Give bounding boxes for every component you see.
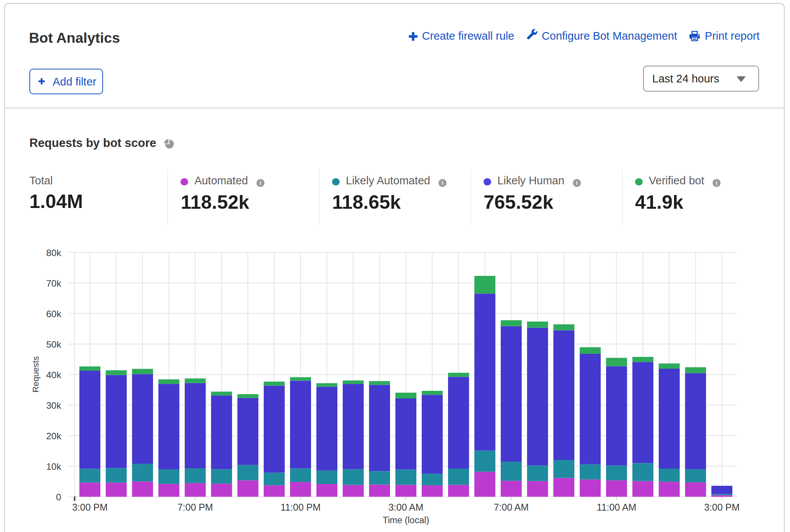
svg-text:Requests: Requests: [31, 356, 40, 392]
svg-text:50k: 50k: [46, 339, 61, 350]
svg-text:Time (local): Time (local): [383, 515, 429, 525]
svg-text:11:00 AM: 11:00 AM: [597, 502, 637, 513]
svg-text:3:00 PM: 3:00 PM: [704, 502, 740, 513]
svg-text:10k: 10k: [46, 461, 61, 472]
svg-text:60k: 60k: [46, 309, 61, 319]
svg-text:7:00 AM: 7:00 AM: [494, 502, 529, 513]
svg-text:70k: 70k: [46, 278, 61, 289]
svg-text:3:00 AM: 3:00 AM: [389, 502, 424, 513]
svg-text:80k: 80k: [46, 248, 61, 258]
svg-text:0: 0: [56, 492, 61, 502]
svg-text:7:00 PM: 7:00 PM: [177, 502, 213, 513]
svg-text:40k: 40k: [46, 370, 61, 380]
svg-text:11:00 PM: 11:00 PM: [281, 502, 321, 513]
svg-text:3:00 PM: 3:00 PM: [72, 502, 108, 513]
svg-text:20k: 20k: [46, 431, 61, 441]
svg-text:30k: 30k: [46, 400, 61, 411]
